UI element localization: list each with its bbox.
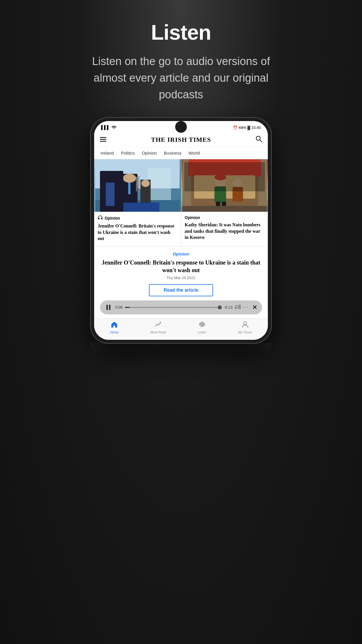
page-header: Listen Listen on the go to audio version… — [56, 0, 306, 115]
current-time: 0:08 — [115, 305, 122, 309]
progress-bar[interactable] — [125, 307, 222, 308]
wifi-icon — [112, 125, 116, 130]
svg-rect-28 — [182, 206, 267, 212]
nav-tab-business[interactable]: Business — [160, 149, 185, 157]
article-meta-1: Opinion — [94, 212, 181, 223]
article-title-1: Jennifer O'Connell: Britain's response t… — [94, 223, 181, 242]
svg-line-4 — [260, 140, 262, 142]
listen-label: Listen — [198, 330, 206, 334]
svg-rect-2 — [100, 141, 106, 142]
nav-tab-ireland[interactable]: Ireland — [97, 149, 117, 157]
home-label: Home — [110, 330, 119, 334]
svg-rect-23 — [214, 186, 226, 202]
app-logo: THE IRISH TIMES — [151, 136, 211, 144]
popup-date: Thu Mar 24 2022 — [100, 276, 262, 280]
svg-rect-1 — [100, 139, 106, 140]
article-card-2[interactable]: Opinion Kathy Sheridan: It was Nato bomb… — [181, 159, 268, 246]
svg-rect-15 — [138, 176, 139, 191]
svg-rect-38 — [204, 323, 205, 326]
articles-grid: Opinion Jennifer O'Connell: Britain's re… — [94, 159, 268, 246]
page-title: Listen — [79, 20, 283, 44]
svg-rect-16 — [113, 202, 159, 212]
trending-icon — [155, 321, 162, 329]
player-bar: 0:08 -6:13 — [100, 300, 262, 314]
phone-mockup: ▌▌▌ ⏰ 68% ▓ 15:45 — [91, 118, 271, 343]
nav-tab-opinion[interactable]: Opinion — [138, 149, 160, 157]
close-button[interactable]: ✕ — [252, 304, 257, 311]
status-bar: ▌▌▌ ⏰ 68% ▓ 15:45 — [94, 121, 268, 133]
nav-tabs: Ireland Politics Opinion Business World — [94, 147, 268, 159]
nav-my-times[interactable]: My Times — [238, 321, 252, 334]
svg-point-39 — [244, 322, 247, 325]
most-read-label: Most Read — [150, 330, 166, 334]
article-category-1: Opinion — [105, 216, 120, 220]
phone-screen: ▌▌▌ ⏰ 68% ▓ 15:45 — [94, 121, 268, 340]
more-options-icon[interactable]: ··· — [243, 305, 249, 310]
page-subtitle: Listen on the go to audio versions of al… — [79, 53, 283, 103]
svg-rect-14 — [136, 177, 137, 191]
svg-rect-34 — [199, 323, 200, 326]
svg-rect-30 — [109, 305, 110, 310]
clock: 15:45 — [251, 125, 261, 130]
audio-popup: Opinion Jennifer O'Connell: Britain's re… — [94, 246, 268, 318]
camera-notch — [175, 121, 187, 133]
svg-rect-32 — [239, 304, 241, 309]
pause-button[interactable] — [105, 303, 113, 312]
popup-title: Jennifer O'Connell: Britain's response t… — [100, 259, 262, 274]
status-left: ▌▌▌ — [101, 125, 116, 130]
article-image-1 — [94, 159, 181, 212]
progress-fill — [125, 307, 130, 308]
phone-outer: ▌▌▌ ⏰ 68% ▓ 15:45 — [91, 118, 271, 343]
bottom-nav: Home Most Read — [94, 318, 268, 340]
svg-rect-35 — [201, 322, 201, 327]
article-image-2 — [181, 159, 268, 212]
svg-point-21 — [215, 176, 225, 186]
article-card-1[interactable]: Opinion Jennifer O'Connell: Britain's re… — [94, 159, 181, 246]
svg-rect-11 — [128, 183, 131, 194]
time-remaining: -6:13 — [224, 305, 233, 309]
read-article-button[interactable]: Read the article — [149, 284, 213, 296]
signal-icon: ▌▌▌ — [101, 125, 110, 130]
nav-listen[interactable]: Listen — [198, 321, 206, 334]
person-icon — [242, 321, 249, 329]
home-icon — [111, 321, 118, 329]
svg-rect-29 — [106, 305, 108, 310]
phone-reflection — [91, 343, 271, 354]
progress-dot — [218, 305, 222, 309]
svg-rect-18 — [188, 159, 261, 177]
battery-percent: 68% — [239, 125, 246, 130]
hamburger-icon[interactable] — [100, 136, 106, 143]
alarm-icon: ⏰ — [233, 125, 238, 130]
nav-home[interactable]: Home — [110, 321, 119, 334]
svg-point-22 — [214, 174, 226, 180]
article-title-2: Kathy Sheridan: It was Nato bombers and … — [181, 222, 268, 241]
svg-rect-10 — [123, 174, 136, 183]
status-right: ⏰ 68% ▓ 15:45 — [233, 125, 261, 130]
nav-most-read[interactable]: Most Read — [150, 321, 166, 334]
my-times-label: My Times — [238, 330, 252, 334]
battery-icon: ▓ — [247, 125, 250, 130]
svg-rect-37 — [203, 322, 204, 327]
article-meta-2: Opinion — [181, 212, 268, 222]
headphones-icon-1 — [98, 215, 103, 221]
nav-tab-world[interactable]: World — [185, 149, 203, 157]
app-header: THE IRISH TIMES — [94, 133, 268, 147]
listen-icon — [198, 321, 205, 329]
svg-rect-8 — [148, 168, 171, 200]
popup-category: Opinion — [100, 251, 262, 256]
svg-point-24 — [233, 178, 242, 187]
article-category-2: Opinion — [185, 215, 200, 220]
svg-rect-25 — [232, 187, 243, 202]
cast-icon[interactable] — [235, 304, 241, 310]
svg-rect-36 — [202, 321, 203, 327]
svg-rect-13 — [141, 180, 150, 187]
nav-tab-politics[interactable]: Politics — [117, 149, 138, 157]
svg-rect-0 — [100, 137, 106, 138]
svg-point-33 — [235, 308, 236, 309]
search-icon[interactable] — [256, 136, 262, 144]
